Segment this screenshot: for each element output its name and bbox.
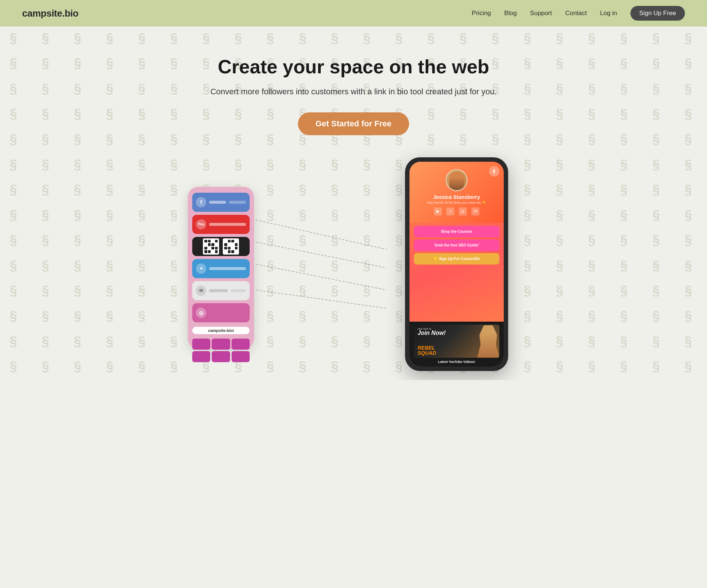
cta-button[interactable]: Get Started for Free	[298, 112, 409, 135]
navbar: campsite.bio Pricing Blog Support Contac…	[0, 0, 707, 27]
svg-line-2	[256, 264, 387, 290]
illustration-area: f You	[188, 157, 519, 378]
facebook-icon: f	[196, 197, 206, 207]
grid-cell-3	[232, 339, 250, 350]
email-icon: ✉	[196, 286, 206, 296]
share-button[interactable]: ⬆	[489, 166, 499, 176]
link-button-1[interactable]: Shop the Courses	[414, 226, 499, 237]
nav-link-support[interactable]: Support	[530, 10, 552, 17]
nav-link-pricing[interactable]: Pricing	[472, 10, 491, 17]
left-phone-card-qr	[192, 237, 250, 256]
grid-cell-4	[192, 351, 210, 362]
left-phone: f You	[188, 187, 254, 349]
grid-cell-5	[212, 351, 230, 362]
youtube-social-icon[interactable]: ▶	[434, 207, 442, 216]
profile-name: Jessica Stansberry	[433, 194, 480, 200]
left-phone-card-facebook: f	[192, 193, 250, 212]
grid-cell-6	[232, 351, 250, 362]
join-big: Join Now!	[418, 330, 446, 336]
nav-link-login[interactable]: Log in	[600, 10, 617, 17]
social-icons: ▶ f ◎ ✉	[434, 207, 479, 216]
svg-line-1	[256, 242, 387, 268]
hero-title: Create your space on the web	[206, 56, 501, 78]
campsite-badge: campsite.bio/	[192, 327, 250, 334]
rebel-text: REBELSQUAD	[418, 345, 436, 356]
facebook-social-icon[interactable]: f	[446, 207, 454, 216]
svg-line-0	[256, 220, 387, 249]
right-phone: ⬆ Jessica Stansberry Hey friend! All the…	[405, 157, 508, 371]
nav-link-contact[interactable]: Contact	[565, 10, 587, 17]
twitter-icon: ✦	[196, 263, 206, 274]
logo[interactable]: campsite.bio	[22, 8, 78, 19]
nav-link-blog[interactable]: Blog	[504, 10, 517, 17]
join-text: click here to Join Now!	[418, 328, 446, 336]
left-phone-card-instagram: ◎	[192, 303, 250, 322]
hero-subtitle: Convert more followers into customers wi…	[206, 85, 501, 98]
avatar	[446, 169, 468, 191]
left-phone-card-email: ✉	[192, 281, 250, 300]
qr-code-2	[223, 238, 239, 255]
profile-bio: Hey friend! All the links you need are 👇	[427, 201, 486, 204]
svg-line-3	[256, 290, 387, 308]
grid-cell-1	[192, 339, 210, 350]
phone-bottom-card: click here to Join Now! REBELSQUAD Lates…	[409, 322, 504, 367]
signup-button[interactable]: Sign Up Free	[630, 6, 685, 21]
left-phone-card-twitter: ✦	[192, 259, 250, 278]
promo-image: click here to Join Now! REBELSQUAD	[414, 325, 499, 358]
right-phone-screen: ⬆ Jessica Stansberry Hey friend! All the…	[409, 162, 504, 367]
photo-grid	[192, 339, 250, 362]
qr-code	[203, 238, 219, 255]
profile-links: Shop the Courses Grab the free SEO Guide…	[409, 223, 504, 322]
avatar-figure	[449, 172, 464, 190]
bottom-label: Latest YouTube Videos!	[414, 360, 499, 364]
hero-content: Create your space on the web Convert mor…	[206, 56, 501, 135]
phone-profile-header: ⬆ Jessica Stansberry Hey friend! All the…	[409, 162, 504, 223]
hero-section: (function(){ const container = document.…	[0, 27, 707, 380]
person-silhouette	[477, 325, 499, 358]
instagram-social-icon[interactable]: ◎	[459, 207, 467, 216]
left-phone-card-youtube: You	[192, 215, 250, 234]
nav-links: Pricing Blog Support Contact Log in Sign…	[472, 6, 685, 21]
instagram-icon: ◎	[196, 308, 206, 318]
link-button-2[interactable]: Grab the free SEO Guide!	[414, 239, 499, 251]
grid-cell-2	[212, 339, 230, 350]
email-social-icon[interactable]: ✉	[471, 207, 479, 216]
join-small: click here to	[418, 328, 446, 330]
link-button-3[interactable]: 💛 Sign Up For ConvertKit	[414, 253, 499, 265]
youtube-icon: You	[196, 219, 206, 230]
